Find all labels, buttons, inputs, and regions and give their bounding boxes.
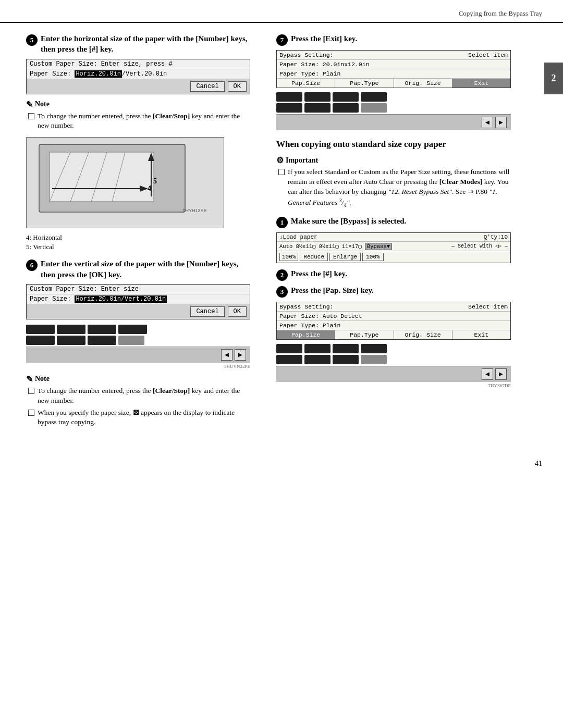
step5-heading: 5 Enter the horizontal size of the paper… xyxy=(26,33,250,55)
zoom-pct: 100% xyxy=(279,253,298,261)
step6-row2: Paper Size: Horiz.20.0in/Vert.20.0in xyxy=(27,294,250,304)
step3r-exit-btn[interactable]: Exit xyxy=(452,330,510,339)
key-s7-7 xyxy=(333,103,359,113)
exit-btn[interactable]: Exit xyxy=(452,79,510,88)
key-s7-2 xyxy=(304,92,331,102)
step3r-origsize-btn[interactable]: Orig. Size xyxy=(394,330,452,339)
key-3r-3 xyxy=(333,344,359,353)
note-box-1: ✎ Note To change the number entered, pre… xyxy=(26,100,250,131)
page-header: Copying from the Bypass Tray xyxy=(0,0,563,23)
keyboard-area-2: ◄ ► THUVN22PE xyxy=(26,325,250,369)
note-item-2: To change the number entered, press the … xyxy=(26,386,250,406)
left-arrow[interactable]: ◄ xyxy=(221,349,232,361)
chapter-badge: 2 xyxy=(544,63,563,94)
note-text-2: To change the number entered, press the … xyxy=(38,386,250,406)
step7-heading: 7 Press the [Exit] key. xyxy=(276,33,511,46)
step6-text: Enter the vertical size of the paper wit… xyxy=(41,258,250,280)
key-3r-1 xyxy=(276,344,302,353)
important-checkbox-1 xyxy=(278,169,285,175)
key-bar-8 xyxy=(118,336,144,345)
step2r-text: Press the [#] key. xyxy=(291,268,347,279)
right-arrow-3r[interactable]: ► xyxy=(495,368,507,380)
zoom-pct-right: 100% xyxy=(362,253,383,261)
note-title-2: ✎ Note xyxy=(26,374,250,384)
key-s7-5 xyxy=(276,103,302,113)
right-arrow-s7[interactable]: ► xyxy=(495,117,507,128)
note-item-3: When you specify the paper size, ⊠ appea… xyxy=(26,408,250,428)
step3r-paptype-btn[interactable]: Pap.Type xyxy=(335,330,394,339)
note-item-1: To change the number entered, press the … xyxy=(26,112,250,131)
note-text-3: When you specify the paper size, ⊠ appea… xyxy=(38,408,250,428)
key-row-3r-1 xyxy=(276,344,511,353)
important-text-1: If you select Standard or Custom as the … xyxy=(288,167,511,209)
screen-row2: Paper Size: Horiz.20.0in/Vert.20.0in xyxy=(27,69,250,79)
key-bar-6 xyxy=(57,336,85,345)
key-bar-5 xyxy=(26,336,55,345)
origsize-btn[interactable]: Orig. Size xyxy=(394,79,452,88)
ok-button[interactable]: OK xyxy=(228,81,247,92)
key-3r-7 xyxy=(333,355,359,364)
step6-heading: 6 Enter the vertical size of the paper w… xyxy=(26,258,250,280)
svg-rect-1 xyxy=(50,152,154,202)
select-hint: — Select with ◁▷ — xyxy=(451,243,508,249)
svg-text:4: 4 xyxy=(148,184,151,192)
right-arrow[interactable]: ► xyxy=(235,349,246,361)
step3r-row3: Paper Type: Plain xyxy=(277,321,510,330)
content-wrapper: 5 Enter the horizontal size of the paper… xyxy=(0,33,563,449)
step6-circle: 6 xyxy=(26,260,38,271)
key-3r-5 xyxy=(276,355,302,364)
note-text-1: To change the number entered, press the … xyxy=(38,112,250,131)
paptype-btn[interactable]: Pap.Type xyxy=(335,79,394,88)
svg-text:THYH13SE: THYH13SE xyxy=(182,208,207,213)
key-row-3r-2 xyxy=(276,355,511,364)
key-s7-8 xyxy=(361,103,387,113)
step3r-circle: 3 xyxy=(276,286,288,298)
key-bar-7 xyxy=(88,336,116,345)
bypass-row1: Bypass Setting: Select item xyxy=(277,51,510,60)
left-arrow-s7[interactable]: ◄ xyxy=(482,117,493,128)
diagram-label-5: 5: Vertical xyxy=(26,243,250,251)
important-icon: ⚙ xyxy=(276,155,284,165)
nav-row-2: ◄ ► xyxy=(26,347,250,363)
load-row2: Auto 8½x11▢ 8½x11▢ 11×17▢ Bypass▼ — Sele… xyxy=(277,242,510,251)
step7-circle: 7 xyxy=(276,34,288,46)
step3r-papsize-btn[interactable]: Pap.Size xyxy=(277,330,335,339)
nav-row-3r: ◄ ► xyxy=(276,366,511,382)
bypass-btn-row: Pap.Size Pap.Type Orig. Size Exit xyxy=(277,79,510,88)
key-bar-3 xyxy=(88,325,116,334)
enlarge-button[interactable]: Enlarge xyxy=(329,253,361,261)
img-label-3r: THYS67DE xyxy=(276,383,511,388)
left-arrow-3r[interactable]: ◄ xyxy=(482,368,493,380)
note-box-2: ✎ Note To change the number entered, pre… xyxy=(26,374,250,428)
cancel-button[interactable]: Cancel xyxy=(190,81,224,92)
important-title: ⚙ Important xyxy=(276,155,511,165)
important-box: ⚙ Important If you select Standard or Cu… xyxy=(276,155,511,209)
note-checkbox-1 xyxy=(28,113,34,119)
load-row1: ↓Load paper Q'ty:10 xyxy=(277,233,510,242)
step2r-heading: 2 Press the [#] key. xyxy=(276,268,511,281)
when-copying-heading: When copying onto standard size copy pap… xyxy=(276,139,511,150)
papsize-btn[interactable]: Pap.Size xyxy=(277,79,335,88)
note-title-1: ✎ Note xyxy=(26,100,250,109)
step5-circle: 5 xyxy=(26,34,38,46)
note-icon-2: ✎ xyxy=(26,374,33,384)
step3r-btn-row: Pap.Size Pap.Type Orig. Size Exit xyxy=(277,330,510,339)
step7-screen: Bypass Setting: Select item Paper Size: … xyxy=(276,50,511,88)
bypass-row3: Paper Type: Plain xyxy=(277,69,510,79)
reduce-button[interactable]: Reduce xyxy=(300,253,328,261)
key-s7-6 xyxy=(304,103,331,113)
step6-highlight: Horiz.20.0in/Vert.20.0in xyxy=(75,295,167,303)
step6-cancel-button[interactable]: Cancel xyxy=(190,306,224,317)
left-column: 5 Enter the horizontal size of the paper… xyxy=(0,33,266,449)
keyboard-area-step3r: ◄ ► THYS67DE xyxy=(276,344,511,388)
load-row1-right: Q'ty:10 xyxy=(484,234,508,240)
load-size-options: Auto 8½x11▢ 8½x11▢ 11×17▢ Bypass▼ xyxy=(279,243,392,250)
step6-ok-button[interactable]: OK xyxy=(228,306,247,317)
step2r-circle: 2 xyxy=(276,269,288,281)
key-s7-3 xyxy=(333,92,359,102)
step6-row1: Custom Paper Size: Enter size xyxy=(27,285,250,294)
key-bar-2 xyxy=(57,325,85,334)
img-label-2: THUVN22PE xyxy=(26,364,250,369)
step7-text: Press the [Exit] key. xyxy=(291,33,357,44)
page-number: 41 xyxy=(0,449,563,473)
